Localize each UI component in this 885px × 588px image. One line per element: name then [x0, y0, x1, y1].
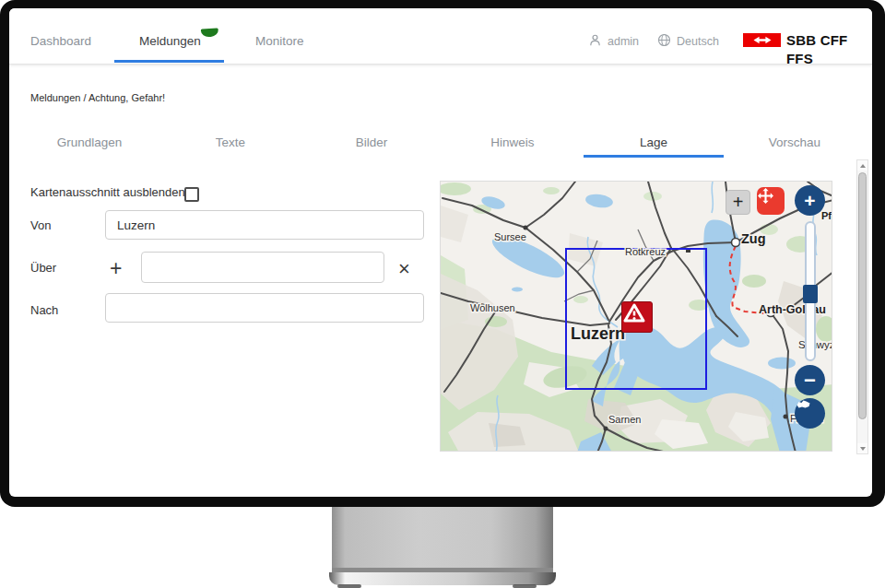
monitor-foot-right [513, 584, 537, 588]
monitor-foot-left [337, 584, 361, 588]
nach-input[interactable] [105, 293, 424, 323]
globe-icon [657, 33, 671, 47]
screen: Dashboard Meldungen Monitore admin Deuts… [9, 8, 872, 497]
nav-monitore[interactable]: Monitore [255, 32, 304, 51]
map-label-rotkreuz: Rotkreuz [625, 246, 666, 257]
reset-extent-button[interactable] [795, 398, 825, 429]
zoom-out-button[interactable]: − [795, 365, 825, 395]
meldungen-badge-icon [201, 28, 219, 37]
switzerland-icon [795, 398, 812, 410]
scroll-down-icon [860, 447, 866, 451]
von-label: Von [30, 218, 51, 233]
app-header: Dashboard Meldungen Monitore admin Deuts… [9, 8, 872, 65]
map-label-sursee: Sursee [494, 231, 526, 242]
tab-vorschau[interactable]: Vorschau [725, 134, 865, 152]
von-input[interactable] [105, 210, 424, 240]
tab-lage[interactable]: Lage [584, 134, 724, 152]
scrollbar-thumb[interactable] [858, 172, 867, 419]
hide-map-label: Kartenausschnitt ausblenden [30, 185, 185, 200]
sbb-logo-flag [743, 33, 781, 47]
zoom-in-button[interactable]: + [795, 185, 825, 216]
screenshot-canvas: Dashboard Meldungen Monitore admin Deuts… [0, 0, 885, 588]
add-via-button[interactable]: + [110, 258, 122, 279]
clear-via-button[interactable]: × [398, 259, 410, 279]
nav-meldungen[interactable]: Meldungen [139, 32, 201, 51]
tab-hinweis[interactable]: Hinweis [442, 134, 583, 152]
tab-grundlagen[interactable]: Grundlagen [19, 134, 159, 152]
uber-label: Über [30, 261, 56, 276]
scroll-up-icon [860, 164, 866, 168]
sbb-brand-text: SBB CFF FFS [786, 31, 872, 50]
warning-marker[interactable] [621, 301, 653, 333]
user-icon [588, 33, 602, 47]
tab-texte[interactable]: Texte [160, 134, 301, 152]
uber-input[interactable] [141, 252, 384, 283]
scroll-up-button[interactable] [857, 160, 867, 171]
map-label-sarnen: Sarnen [608, 414, 641, 425]
breadcrumb: Meldungen / Achtung, Gefahr! [30, 92, 165, 103]
nav-active-underline [114, 60, 224, 63]
nach-label: Nach [30, 303, 58, 318]
move-mode-button[interactable] [757, 187, 785, 215]
map-label-zug: Zug [741, 231, 766, 246]
map-canvas[interactable]: Sursee Rotkreuz Zug Wolhusen Luzern Arth… [440, 181, 832, 452]
map-label-pfaeffikon: Pfäffikon [821, 210, 832, 221]
monitor-stand-base [329, 572, 556, 585]
map-label-luzern: Luzern [571, 324, 625, 343]
zoom-slider-handle[interactable] [803, 285, 818, 303]
nav-dashboard[interactable]: Dashboard [30, 32, 91, 51]
page-scrollbar[interactable] [856, 159, 868, 454]
warning-triangle-icon [622, 302, 646, 324]
tab-bilder[interactable]: Bilder [301, 134, 442, 152]
language-menu[interactable]: Deutsch [677, 32, 719, 51]
scroll-down-button[interactable] [857, 443, 867, 453]
tab-active-underline [584, 155, 724, 158]
hide-map-checkbox[interactable] [184, 187, 199, 202]
monitor-stand-neck [332, 505, 553, 573]
map-label-wolhusen: Wolhusen [470, 302, 515, 313]
move-arrows-icon [757, 187, 774, 205]
base-layer-button[interactable]: + [726, 190, 750, 215]
user-menu[interactable]: admin [608, 32, 639, 51]
sbb-double-arrow-icon [749, 35, 776, 45]
